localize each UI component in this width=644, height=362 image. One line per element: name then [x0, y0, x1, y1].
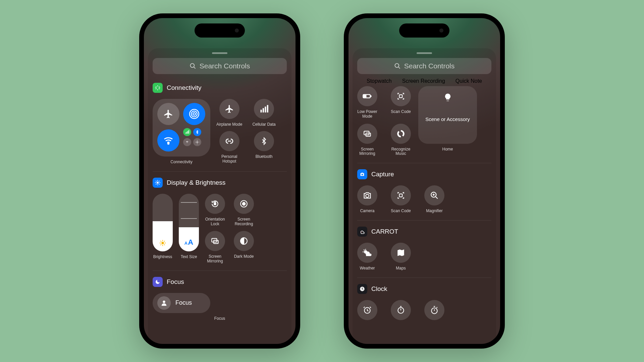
personal-hotspot-button[interactable] — [219, 131, 239, 151]
control-label: Screen Recording — [402, 78, 445, 84]
svg-rect-25 — [364, 96, 366, 97]
scan-code-button[interactable] — [391, 86, 411, 106]
search-icon — [190, 63, 196, 69]
clock-badge-icon — [357, 284, 367, 294]
control-label: Stopwatch — [367, 78, 392, 84]
control-label: Screen Mirroring — [359, 147, 375, 157]
wifi-icon[interactable] — [157, 129, 179, 152]
control-label: Airplane Mode — [216, 122, 242, 127]
control-label: Magnifier — [426, 209, 442, 214]
control-label: Scan Code — [391, 209, 411, 214]
dynamic-island — [399, 23, 449, 38]
satcom-mini-icon — [193, 138, 201, 146]
control-label: Maps — [396, 266, 406, 271]
carrot-badge-icon — [357, 227, 367, 237]
screen-mirroring-button[interactable] — [205, 231, 225, 251]
svg-rect-8 — [189, 130, 189, 134]
cellular-data-button[interactable] — [254, 99, 274, 119]
connectivity-badge-icon — [153, 83, 163, 93]
svg-point-2 — [191, 111, 197, 117]
lightbulb-icon — [443, 93, 452, 102]
control-label: Home — [442, 147, 453, 152]
svg-rect-11 — [263, 108, 264, 113]
person-icon — [157, 296, 171, 310]
section-title: Display & Brightness — [167, 179, 225, 186]
control-label: Focus — [191, 316, 249, 321]
weather-button[interactable] — [357, 243, 377, 263]
capture-badge-icon — [357, 169, 367, 179]
section-utilities: Stopwatch Screen Recording Quick Note Lo… — [357, 77, 491, 163]
magnifier-button[interactable] — [424, 185, 444, 205]
home-accessory-tile[interactable]: Scene or Accessory — [418, 86, 477, 144]
section-clock: Clock — [357, 278, 491, 327]
control-label: Low Power Mode — [357, 110, 377, 119]
svg-rect-5 — [185, 132, 186, 134]
svg-point-29 — [362, 174, 363, 176]
stopwatch-button[interactable] — [424, 300, 444, 320]
control-label: Bluetooth — [256, 155, 273, 159]
control-label: Quick Note — [455, 78, 482, 84]
section-title: Clock — [371, 285, 387, 293]
search-icon — [394, 63, 401, 69]
section-display: Display & Brightness Brightness — [153, 171, 287, 270]
dark-mode-button[interactable] — [234, 231, 254, 251]
svg-point-9 — [197, 141, 198, 143]
section-title: Capture — [371, 171, 394, 178]
control-gallery-sheet: Search Controls Connectivity — [148, 48, 291, 344]
section-connectivity: Connectivity — [153, 77, 287, 171]
svg-rect-16 — [214, 203, 216, 205]
svg-point-37 — [398, 307, 404, 313]
camera-button[interactable] — [357, 185, 377, 205]
svg-rect-10 — [261, 110, 262, 112]
low-power-mode-button[interactable] — [357, 86, 377, 106]
timer-button[interactable] — [391, 300, 411, 320]
connectivity-tile[interactable] — [153, 99, 210, 157]
orientation-lock-button[interactable] — [205, 194, 225, 214]
section-capture: Capture Camera Sc — [357, 163, 491, 220]
svg-rect-28 — [366, 133, 371, 136]
recognize-music-button[interactable] — [391, 124, 411, 144]
alarm-button[interactable] — [357, 300, 377, 320]
control-label: Scan Code — [391, 110, 411, 114]
svg-rect-20 — [214, 240, 218, 244]
svg-point-23 — [395, 64, 399, 68]
search-input[interactable]: Search Controls — [153, 58, 287, 74]
control-label: Text Size — [181, 255, 197, 259]
search-input[interactable]: Search Controls — [357, 58, 491, 74]
svg-point-33 — [361, 232, 362, 233]
screen: Search Controls Connectivity — [144, 18, 296, 344]
control-label: Orientation Lock — [205, 217, 225, 227]
brightness-slider[interactable] — [153, 194, 173, 251]
svg-point-14 — [157, 182, 159, 184]
control-label: Connectivity — [170, 160, 192, 165]
section-title: Connectivity — [167, 84, 202, 92]
sheet-grabber[interactable] — [212, 52, 227, 54]
phone-left: Search Controls Connectivity — [139, 13, 300, 349]
svg-rect-31 — [399, 194, 402, 197]
sheet-grabber[interactable] — [417, 52, 432, 54]
control-label: Dark Mode — [234, 254, 254, 259]
svg-rect-13 — [267, 105, 268, 112]
maps-button[interactable] — [391, 243, 411, 263]
svg-point-22 — [163, 301, 165, 303]
connectivity-tile-cell: Connectivity — [153, 99, 210, 165]
control-label: Weather — [360, 266, 375, 271]
svg-rect-7 — [187, 131, 188, 134]
svg-rect-26 — [399, 95, 402, 98]
airplane-mode-button[interactable] — [219, 99, 239, 119]
airplane-icon[interactable] — [157, 103, 179, 125]
airdrop-icon[interactable] — [183, 103, 205, 125]
section-title: Focus — [167, 278, 184, 286]
svg-point-0 — [190, 64, 194, 68]
focus-pill[interactable]: Focus — [153, 293, 210, 313]
bluetooth-mini-icon — [193, 128, 201, 136]
text-size-slider[interactable]: AA — [179, 194, 199, 251]
bluetooth-button[interactable] — [254, 131, 274, 151]
section-focus: Focus Focus Focus — [153, 270, 287, 328]
screen-mirroring-button[interactable] — [357, 124, 377, 144]
text-size-icon: AA — [184, 238, 193, 247]
search-placeholder: Search Controls — [404, 62, 455, 70]
svg-rect-12 — [265, 107, 266, 113]
screen-recording-button[interactable] — [234, 194, 254, 214]
scan-code-button[interactable] — [391, 185, 411, 205]
